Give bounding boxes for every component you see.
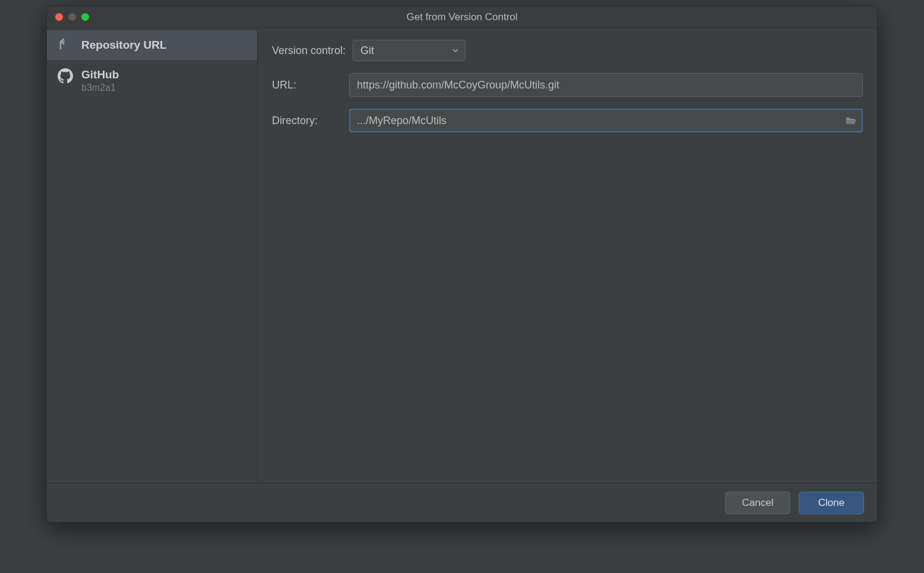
directory-row: Directory: [272, 109, 863, 132]
url-input[interactable] [349, 73, 863, 97]
minimize-window-button[interactable] [68, 13, 76, 21]
url-label: URL: [272, 79, 349, 91]
directory-input-wrap [349, 109, 863, 132]
chevron-down-icon [452, 45, 459, 57]
url-input-wrap [349, 73, 863, 97]
sidebar-item-github[interactable]: GitHub b3m2a1 [47, 60, 257, 102]
dialog-body: Repository URL GitHub b3m2a1 Version con… [47, 28, 877, 483]
version-control-value: Git [360, 45, 374, 57]
sidebar-item-label: GitHub [81, 68, 119, 81]
window-controls [47, 13, 89, 21]
directory-input[interactable] [349, 109, 863, 132]
url-row: URL: [272, 73, 863, 97]
repo-url-icon [58, 37, 73, 53]
vcs-dialog: Get from Version Control Repository URL [46, 6, 878, 523]
titlebar[interactable]: Get from Version Control [47, 7, 877, 28]
version-control-label: Version control: [272, 45, 346, 57]
zoom-window-button[interactable] [81, 13, 89, 21]
folder-open-icon[interactable] [845, 116, 857, 125]
clone-button-label: Clone [818, 497, 844, 509]
cancel-button[interactable]: Cancel [725, 492, 790, 514]
cancel-button-label: Cancel [742, 497, 774, 509]
window-title: Get from Version Control [47, 11, 877, 23]
directory-label: Directory: [272, 115, 349, 127]
sidebar-item-label: Repository URL [81, 39, 167, 52]
clone-button[interactable]: Clone [799, 492, 864, 514]
version-control-row: Version control: Git [272, 40, 863, 61]
sidebar-item-text: GitHub b3m2a1 [81, 68, 119, 93]
github-icon [58, 68, 73, 84]
sidebar: Repository URL GitHub b3m2a1 [47, 28, 258, 483]
sidebar-item-sublabel: b3m2a1 [81, 83, 119, 93]
dialog-footer: Cancel Clone [47, 483, 877, 522]
sidebar-item-repository-url[interactable]: Repository URL [47, 30, 257, 60]
close-window-button[interactable] [55, 13, 63, 21]
version-control-select[interactable]: Git [353, 40, 466, 61]
main-panel: Version control: Git URL: Directory: [258, 28, 877, 483]
